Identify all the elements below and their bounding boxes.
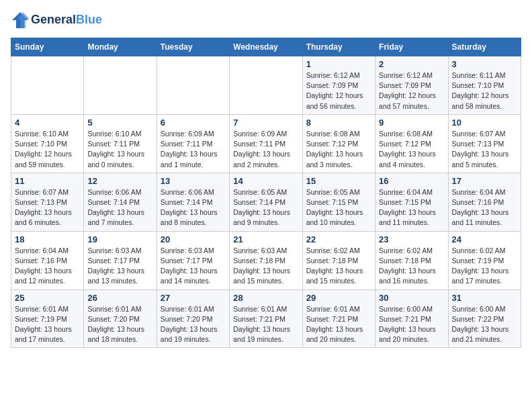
column-header-monday: Monday — [84, 38, 157, 56]
day-info: Sunrise: 6:09 AMSunset: 7:11 PMDaylight:… — [161, 129, 226, 170]
day-number: 27 — [161, 293, 226, 303]
day-info: Sunrise: 6:00 AMSunset: 7:21 PMDaylight:… — [379, 304, 444, 345]
day-info: Sunrise: 6:05 AMSunset: 7:15 PMDaylight:… — [306, 187, 371, 228]
column-header-saturday: Saturday — [448, 38, 521, 56]
logo: GeneralBlue — [11, 11, 102, 30]
day-info: Sunrise: 6:06 AMSunset: 7:14 PMDaylight:… — [161, 187, 226, 228]
day-number: 26 — [87, 293, 152, 303]
calendar-cell: 16Sunrise: 6:04 AMSunset: 7:15 PMDayligh… — [375, 173, 448, 231]
calendar-cell: 20Sunrise: 6:03 AMSunset: 7:17 PMDayligh… — [157, 231, 229, 289]
calendar-cell: 23Sunrise: 6:02 AMSunset: 7:18 PMDayligh… — [375, 231, 448, 289]
column-header-friday: Friday — [375, 38, 448, 56]
day-info: Sunrise: 6:01 AMSunset: 7:19 PMDaylight:… — [15, 304, 80, 345]
day-info: Sunrise: 6:02 AMSunset: 7:18 PMDaylight:… — [379, 246, 444, 287]
day-info: Sunrise: 6:05 AMSunset: 7:14 PMDaylight:… — [233, 187, 298, 228]
day-info: Sunrise: 6:07 AMSunset: 7:13 PMDaylight:… — [15, 187, 80, 228]
calendar-week-row: 1Sunrise: 6:12 AMSunset: 7:09 PMDaylight… — [11, 56, 521, 115]
calendar-cell: 12Sunrise: 6:06 AMSunset: 7:14 PMDayligh… — [84, 173, 157, 231]
day-info: Sunrise: 6:06 AMSunset: 7:14 PMDaylight:… — [87, 187, 152, 228]
day-info: Sunrise: 6:02 AMSunset: 7:18 PMDaylight:… — [306, 246, 371, 287]
day-number: 18 — [15, 234, 80, 244]
day-info: Sunrise: 6:01 AMSunset: 7:20 PMDaylight:… — [87, 304, 152, 345]
day-info: Sunrise: 6:01 AMSunset: 7:21 PMDaylight:… — [233, 304, 298, 345]
calendar-cell: 4Sunrise: 6:10 AMSunset: 7:10 PMDaylight… — [11, 114, 84, 173]
calendar-cell: 29Sunrise: 6:01 AMSunset: 7:21 PMDayligh… — [302, 289, 375, 348]
column-header-sunday: Sunday — [11, 38, 84, 56]
day-number: 7 — [233, 118, 298, 128]
day-number: 1 — [306, 59, 371, 69]
day-info: Sunrise: 6:12 AMSunset: 7:09 PMDaylight:… — [379, 71, 444, 111]
calendar-cell: 2Sunrise: 6:12 AMSunset: 7:09 PMDaylight… — [375, 56, 448, 115]
calendar-week-row: 11Sunrise: 6:07 AMSunset: 7:13 PMDayligh… — [11, 173, 521, 231]
day-number: 14 — [233, 176, 298, 186]
calendar-table: SundayMondayTuesdayWednesdayThursdayFrid… — [11, 38, 521, 348]
logo-icon — [11, 11, 30, 30]
calendar-cell: 18Sunrise: 6:04 AMSunset: 7:16 PMDayligh… — [11, 231, 84, 289]
calendar-cell — [84, 56, 157, 115]
calendar-cell: 8Sunrise: 6:08 AMSunset: 7:12 PMDaylight… — [302, 114, 375, 173]
calendar-cell: 24Sunrise: 6:02 AMSunset: 7:19 PMDayligh… — [448, 231, 521, 289]
calendar-cell: 31Sunrise: 6:00 AMSunset: 7:22 PMDayligh… — [448, 289, 521, 348]
day-number: 29 — [306, 293, 371, 303]
day-info: Sunrise: 6:10 AMSunset: 7:11 PMDaylight:… — [87, 129, 152, 170]
day-number: 5 — [87, 118, 152, 128]
day-number: 15 — [306, 176, 371, 186]
calendar-cell: 30Sunrise: 6:00 AMSunset: 7:21 PMDayligh… — [375, 289, 448, 348]
day-number: 20 — [161, 234, 226, 244]
day-info: Sunrise: 6:08 AMSunset: 7:12 PMDaylight:… — [379, 129, 444, 170]
day-info: Sunrise: 6:03 AMSunset: 7:17 PMDaylight:… — [161, 246, 226, 287]
page-header: GeneralBlue — [11, 11, 521, 30]
day-number: 25 — [15, 293, 80, 303]
day-number: 31 — [452, 293, 517, 303]
day-info: Sunrise: 6:08 AMSunset: 7:12 PMDaylight:… — [306, 129, 371, 170]
calendar-cell: 11Sunrise: 6:07 AMSunset: 7:13 PMDayligh… — [11, 173, 84, 231]
day-number: 4 — [15, 118, 80, 128]
day-number: 21 — [233, 234, 298, 244]
calendar-cell: 5Sunrise: 6:10 AMSunset: 7:11 PMDaylight… — [84, 114, 157, 173]
day-number: 19 — [87, 234, 152, 244]
calendar-week-row: 18Sunrise: 6:04 AMSunset: 7:16 PMDayligh… — [11, 231, 521, 289]
calendar-cell: 14Sunrise: 6:05 AMSunset: 7:14 PMDayligh… — [230, 173, 302, 231]
day-info: Sunrise: 6:11 AMSunset: 7:10 PMDaylight:… — [452, 71, 517, 111]
calendar-cell: 15Sunrise: 6:05 AMSunset: 7:15 PMDayligh… — [302, 173, 375, 231]
calendar-cell: 3Sunrise: 6:11 AMSunset: 7:10 PMDaylight… — [448, 56, 521, 115]
calendar-cell — [11, 56, 84, 115]
day-info: Sunrise: 6:09 AMSunset: 7:11 PMDaylight:… — [233, 129, 298, 170]
day-info: Sunrise: 6:10 AMSunset: 7:10 PMDaylight:… — [15, 129, 80, 170]
calendar-cell: 26Sunrise: 6:01 AMSunset: 7:20 PMDayligh… — [84, 289, 157, 348]
day-number: 12 — [87, 176, 152, 186]
day-number: 6 — [161, 118, 226, 128]
day-info: Sunrise: 6:07 AMSunset: 7:13 PMDaylight:… — [452, 129, 517, 170]
day-info: Sunrise: 6:01 AMSunset: 7:20 PMDaylight:… — [161, 304, 226, 345]
day-number: 28 — [233, 293, 298, 303]
day-info: Sunrise: 6:04 AMSunset: 7:16 PMDaylight:… — [15, 246, 80, 287]
calendar-cell — [157, 56, 229, 115]
calendar-cell: 10Sunrise: 6:07 AMSunset: 7:13 PMDayligh… — [448, 114, 521, 173]
day-number: 2 — [379, 59, 444, 69]
calendar-cell: 17Sunrise: 6:04 AMSunset: 7:16 PMDayligh… — [448, 173, 521, 231]
day-info: Sunrise: 6:04 AMSunset: 7:15 PMDaylight:… — [379, 187, 444, 228]
calendar-cell: 1Sunrise: 6:12 AMSunset: 7:09 PMDaylight… — [302, 56, 375, 115]
header-row: SundayMondayTuesdayWednesdayThursdayFrid… — [11, 38, 521, 56]
day-number: 16 — [379, 176, 444, 186]
day-info: Sunrise: 6:03 AMSunset: 7:18 PMDaylight:… — [233, 246, 298, 287]
calendar-cell: 28Sunrise: 6:01 AMSunset: 7:21 PMDayligh… — [230, 289, 302, 348]
day-number: 24 — [452, 234, 517, 244]
day-info: Sunrise: 6:12 AMSunset: 7:09 PMDaylight:… — [306, 71, 371, 111]
day-number: 10 — [452, 118, 517, 128]
calendar-cell: 22Sunrise: 6:02 AMSunset: 7:18 PMDayligh… — [302, 231, 375, 289]
day-number: 3 — [452, 59, 517, 69]
day-number: 13 — [161, 176, 226, 186]
day-number: 9 — [379, 118, 444, 128]
column-header-thursday: Thursday — [302, 38, 375, 56]
calendar-cell: 6Sunrise: 6:09 AMSunset: 7:11 PMDaylight… — [157, 114, 229, 173]
logo-text: GeneralBlue — [31, 13, 102, 27]
calendar-cell: 21Sunrise: 6:03 AMSunset: 7:18 PMDayligh… — [230, 231, 302, 289]
calendar-week-row: 4Sunrise: 6:10 AMSunset: 7:10 PMDaylight… — [11, 114, 521, 173]
day-info: Sunrise: 6:03 AMSunset: 7:17 PMDaylight:… — [87, 246, 152, 287]
calendar-cell: 25Sunrise: 6:01 AMSunset: 7:19 PMDayligh… — [11, 289, 84, 348]
column-header-tuesday: Tuesday — [157, 38, 229, 56]
calendar-cell: 7Sunrise: 6:09 AMSunset: 7:11 PMDaylight… — [230, 114, 302, 173]
calendar-cell: 9Sunrise: 6:08 AMSunset: 7:12 PMDaylight… — [375, 114, 448, 173]
day-number: 17 — [452, 176, 517, 186]
